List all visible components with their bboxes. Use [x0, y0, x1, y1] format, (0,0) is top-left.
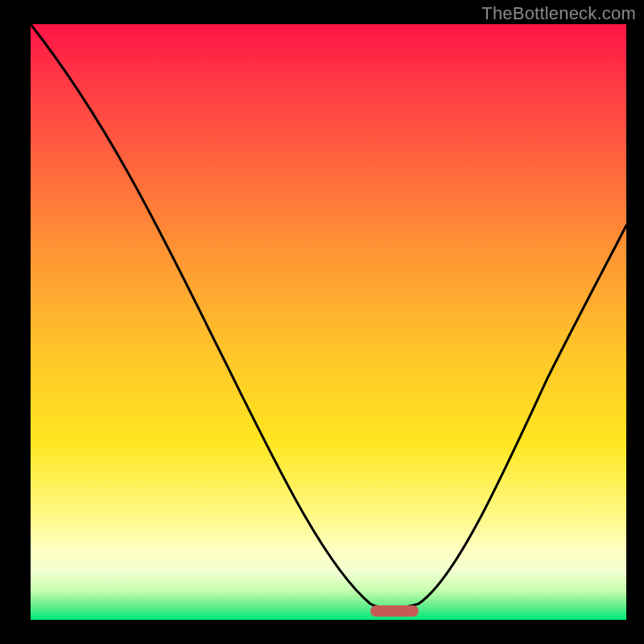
- chart-frame: TheBottleneck.com: [0, 0, 644, 644]
- plot-background: [31, 24, 626, 620]
- optimum-marker: [370, 605, 419, 617]
- watermark-text: TheBottleneck.com: [481, 3, 636, 24]
- bottleneck-chart-svg: [0, 0, 644, 644]
